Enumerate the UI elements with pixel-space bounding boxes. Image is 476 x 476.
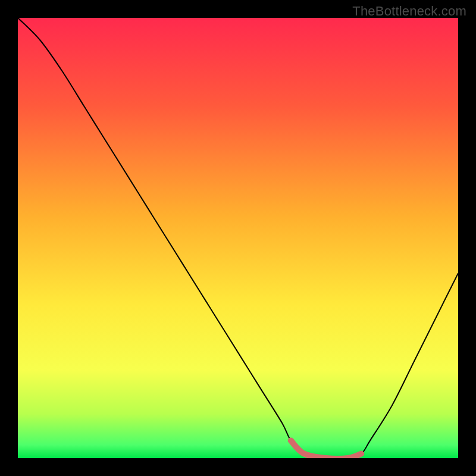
chart-frame: TheBottleneck.com <box>0 0 476 476</box>
chart-svg <box>18 18 458 458</box>
watermark-text: TheBottleneck.com <box>352 4 466 19</box>
gradient-background <box>18 18 458 458</box>
plot-area <box>18 18 458 458</box>
